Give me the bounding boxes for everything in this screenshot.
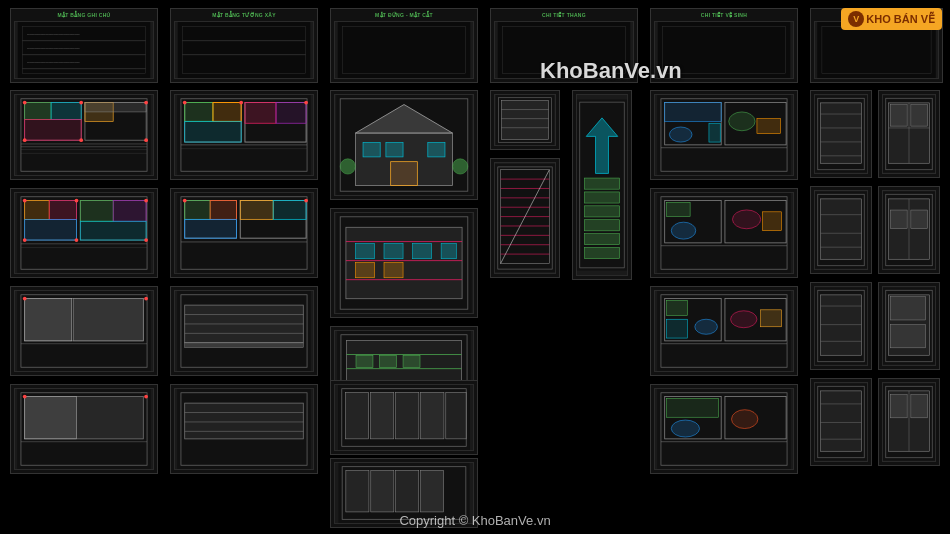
drawing-d8 — [170, 384, 318, 474]
drawing-d24-inner — [882, 190, 936, 270]
svg-rect-129 — [413, 243, 432, 258]
svg-rect-222 — [821, 103, 862, 163]
drawing-d15-inner — [494, 162, 556, 274]
svg-rect-77 — [185, 121, 241, 142]
drawing-d16-inner — [576, 94, 628, 276]
svg-rect-205 — [667, 300, 688, 315]
svg-point-187 — [669, 127, 692, 142]
svg-point-199 — [732, 210, 760, 229]
section-header-mat-bang-ghi-chu: MẶT BẰNG GHI CHÚ ──────────────────── ──… — [10, 8, 158, 83]
svg-point-209 — [731, 311, 757, 328]
drawing-d17-inner — [654, 94, 794, 176]
svg-rect-28 — [85, 103, 146, 112]
drawing-d27 — [810, 378, 872, 466]
drawing-d19-inner — [654, 290, 794, 372]
drawing-d2-inner — [14, 192, 154, 274]
copyright-text: Copyright © KhoBanVe.vn — [399, 513, 550, 528]
section-header-mat-dung-mat-cat: MẶT ĐỨNG - MẶT CẮT — [330, 8, 478, 83]
svg-rect-191 — [757, 119, 781, 134]
svg-point-36 — [23, 138, 27, 142]
drawing-d21-inner — [814, 94, 868, 174]
watermark: KhoBanVe.vn — [540, 58, 682, 84]
logo: V KHO BÁN VẼ — [841, 8, 942, 30]
svg-text:────────────────────: ──────────────────── — [26, 47, 80, 51]
svg-rect-18 — [817, 22, 936, 78]
svg-point-216 — [671, 420, 699, 437]
drawing-d15 — [490, 158, 560, 278]
svg-point-70 — [23, 395, 27, 399]
svg-rect-255 — [890, 297, 925, 320]
drawing-d7-inner — [174, 290, 314, 372]
svg-rect-139 — [356, 355, 373, 367]
svg-rect-12 — [338, 22, 471, 78]
svg-point-96 — [183, 199, 187, 203]
svg-rect-210 — [761, 310, 782, 327]
svg-point-33 — [23, 101, 27, 105]
drawing-d3-inner — [14, 290, 154, 372]
section-label-chi-tiet-ve-sinh: CHI TIẾT VỆ SINH — [701, 12, 747, 18]
svg-rect-145 — [371, 392, 394, 438]
svg-rect-116 — [386, 143, 403, 157]
drawing-d26 — [878, 282, 940, 370]
svg-rect-94 — [273, 201, 306, 220]
drawing-d28 — [878, 378, 940, 466]
section-label-mat-dung-mat-cat: MẶT ĐỨNG - MẶT CẮT — [375, 12, 433, 18]
svg-point-120 — [453, 159, 468, 174]
svg-point-53 — [144, 199, 148, 203]
svg-rect-107 — [185, 403, 304, 439]
svg-point-63 — [23, 297, 27, 301]
svg-rect-44 — [25, 219, 77, 240]
drawing-d14 — [490, 90, 560, 150]
drawing-d7 — [170, 286, 318, 376]
drawing-d20 — [650, 384, 798, 474]
svg-rect-200 — [763, 212, 782, 231]
svg-text:────────────────────: ──────────────────── — [26, 33, 80, 37]
svg-point-119 — [340, 159, 355, 174]
svg-rect-147 — [421, 392, 444, 438]
drawing-d9 — [330, 90, 478, 200]
svg-rect-75 — [185, 103, 213, 122]
svg-rect-244 — [890, 210, 907, 229]
drawing-d4-inner — [14, 388, 154, 470]
svg-rect-148 — [446, 392, 466, 438]
drawing-d22 — [878, 90, 940, 178]
drawing-d1-inner — [14, 94, 154, 176]
svg-rect-181 — [584, 234, 619, 245]
svg-rect-177 — [584, 178, 619, 189]
svg-rect-146 — [396, 392, 419, 438]
svg-rect-91 — [185, 219, 237, 238]
svg-rect-186 — [665, 103, 721, 122]
svg-rect-151 — [346, 470, 369, 512]
drawing-d4 — [10, 384, 158, 474]
drawing-d20-inner — [654, 388, 794, 470]
svg-point-34 — [79, 101, 83, 105]
svg-rect-46 — [80, 201, 113, 222]
svg-point-84 — [239, 101, 243, 105]
svg-rect-130 — [441, 243, 456, 258]
svg-rect-23 — [25, 103, 51, 120]
svg-rect-144 — [346, 392, 369, 438]
svg-point-52 — [75, 199, 79, 203]
drawing-d18-inner — [654, 192, 794, 274]
drawing-d17 — [650, 90, 798, 180]
svg-rect-47 — [113, 201, 146, 222]
svg-rect-157 — [501, 100, 548, 139]
svg-rect-215 — [667, 398, 719, 417]
svg-text:────────────────────: ──────────────────── — [26, 61, 80, 65]
svg-rect-128 — [384, 243, 403, 258]
svg-rect-25 — [25, 119, 81, 140]
svg-point-190 — [729, 112, 755, 131]
svg-rect-141 — [403, 355, 420, 367]
svg-rect-233 — [911, 105, 928, 126]
drawing-d14-inner — [494, 94, 556, 146]
section-inner-mat-bang-tuong-xay — [174, 21, 314, 79]
svg-rect-79 — [245, 103, 276, 124]
drawing-d10 — [330, 208, 478, 318]
svg-point-85 — [304, 101, 308, 105]
svg-rect-267 — [890, 395, 907, 418]
logo-text: KHO BÁN VẼ — [866, 14, 935, 25]
svg-rect-180 — [584, 220, 619, 231]
svg-point-51 — [23, 199, 27, 203]
drawing-d18 — [650, 188, 798, 278]
svg-point-218 — [732, 410, 758, 429]
